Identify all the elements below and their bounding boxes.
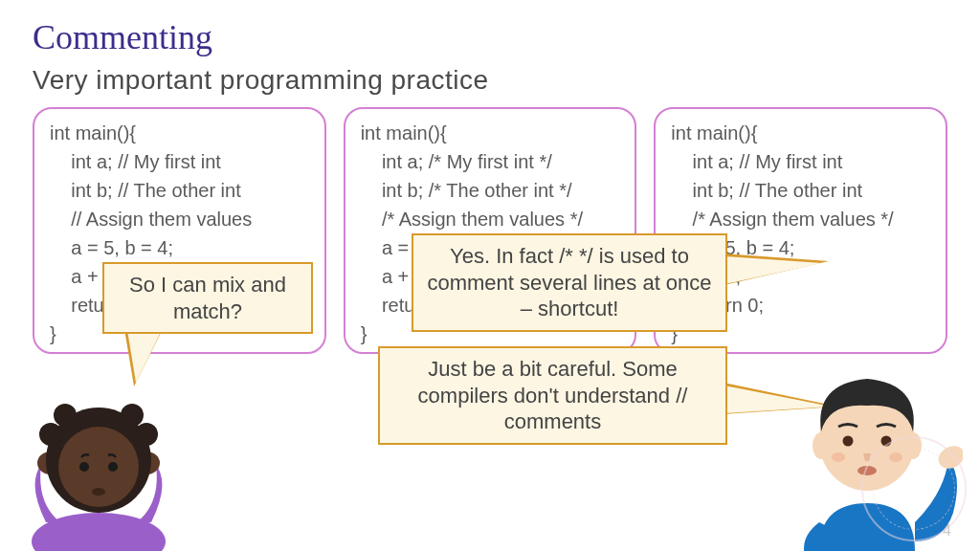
speech-tail	[724, 253, 829, 285]
svg-point-14	[813, 432, 830, 459]
svg-point-10	[108, 462, 118, 472]
svg-point-18	[832, 452, 845, 462]
svg-point-9	[79, 462, 89, 472]
speech-bubble-answer-2: Just be a bit careful. Some compilers do…	[378, 346, 727, 445]
svg-point-6	[121, 404, 144, 427]
speech-bubble-answer-1: Yes. In fact /* */ is used to comment se…	[412, 233, 727, 332]
svg-point-5	[54, 404, 77, 427]
speech-tail	[124, 329, 163, 386]
svg-point-8	[135, 423, 158, 446]
svg-point-7	[39, 423, 62, 446]
slide-subtitle: Very important programming practice	[33, 65, 489, 96]
student-avatar-shrug-icon	[17, 379, 180, 551]
svg-point-11	[92, 488, 105, 496]
page-number: 4	[943, 522, 951, 540]
svg-point-16	[843, 436, 854, 447]
speech-bubble-question: So I can mix and match?	[102, 262, 313, 334]
slide-title: Commenting	[33, 17, 212, 57]
